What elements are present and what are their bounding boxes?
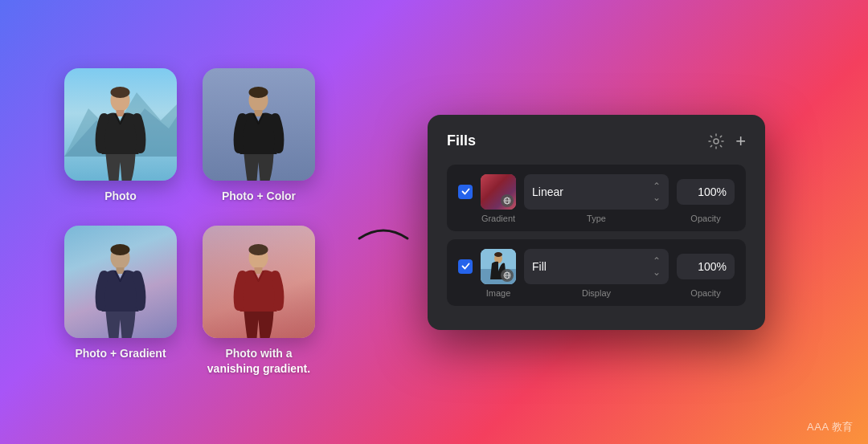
fill-row-top-image: Fill ⌃⌄ 100% [458, 249, 735, 284]
image-fill-checkbox[interactable] [458, 259, 473, 274]
gradient-opacity[interactable]: 100% [677, 179, 735, 205]
thumbnails-section: Photo Photo + Color [0, 36, 363, 408]
thumbnail-photo-gradient: Photo + Gradient [64, 226, 177, 375]
fill-row-labels-gradient: Gradient Type Opacity [458, 214, 735, 223]
svg-rect-12 [255, 267, 263, 274]
svg-point-13 [249, 244, 268, 255]
svg-rect-3 [117, 110, 125, 116]
gradient-type-label: Linear [532, 185, 563, 198]
svg-rect-6 [255, 110, 263, 116]
image-type-chevron: ⌃⌄ [653, 255, 661, 278]
gradient-label-type: Type [524, 214, 669, 223]
image-type-label: Fill [532, 260, 547, 273]
gradient-type-select[interactable]: Linear ⌃⌄ [524, 174, 669, 210]
gradient-type-chevron: ⌃⌄ [653, 181, 661, 203]
thumbnail-photo: Photo [64, 68, 177, 203]
image-fill-preview[interactable] [481, 249, 516, 284]
watermark-text: AAA 教育 [807, 421, 854, 433]
image-type-select[interactable]: Fill ⌃⌄ [524, 249, 669, 284]
fill-row-top-gradient: Linear ⌃⌄ 100% [458, 174, 735, 210]
image-preview-globe-icon [501, 269, 514, 282]
gradient-fill-preview[interactable] [481, 174, 516, 210]
svg-point-14 [714, 139, 719, 144]
panel-header: Fills + [447, 131, 746, 152]
svg-point-4 [111, 87, 130, 98]
fill-row-labels-image: Image Display Opacity [458, 288, 735, 298]
gradient-label-opacity: Opacity [677, 214, 735, 223]
svg-point-21 [494, 252, 502, 257]
gear-button[interactable] [708, 133, 724, 149]
image-label-type: Display [524, 288, 669, 298]
image-label-opacity: Opacity [677, 288, 735, 298]
svg-point-10 [111, 244, 130, 255]
gradient-fill-checkbox[interactable] [458, 185, 473, 199]
panel-actions: + [708, 131, 746, 152]
gradient-label-preview: Gradient [481, 214, 516, 223]
thumb-box-photo-vanish[interactable] [203, 226, 315, 338]
thumb-label-photo-color: Photo + Color [222, 189, 296, 203]
thumb-label-photo-gradient: Photo + Gradient [75, 346, 166, 360]
watermark: AAA 教育 [807, 420, 854, 434]
thumb-label-photo: Photo [104, 189, 137, 203]
add-fill-button[interactable]: + [735, 131, 746, 152]
image-opacity[interactable]: 100% [677, 254, 735, 279]
fills-panel: Fills + [428, 115, 765, 330]
gradient-preview-globe-icon [501, 194, 514, 207]
thumb-box-photo-gradient[interactable] [64, 226, 177, 338]
gear-icon [708, 133, 724, 149]
gradient-fill-row: Linear ⌃⌄ 100% Gradient Type Opacity [447, 165, 746, 231]
thumbnail-photo-vanish: Photo with avanishing gradient. [203, 226, 315, 375]
image-fill-row: Fill ⌃⌄ 100% Image Display Opacity [447, 239, 746, 306]
svg-point-7 [249, 87, 268, 98]
svg-rect-9 [117, 267, 125, 274]
thumbnail-photo-color: Photo + Color [203, 68, 315, 203]
thumb-label-photo-vanish: Photo with avanishing gradient. [207, 346, 310, 375]
connector-curve [355, 214, 411, 263]
thumb-box-photo-color[interactable] [203, 68, 315, 181]
image-label-preview: Image [481, 288, 516, 298]
thumb-box-photo[interactable] [64, 68, 177, 181]
panel-title: Fills [447, 132, 476, 149]
